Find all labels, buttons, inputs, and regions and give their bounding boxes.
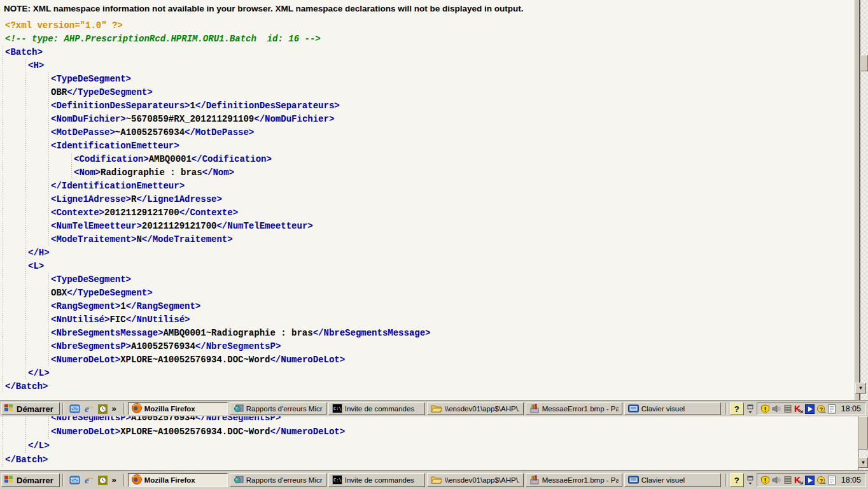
xml-tag: </NumeroDeLot> — [270, 427, 345, 437]
xml-tag: <Nom> — [74, 167, 101, 178]
tray-clock: 18:05 — [841, 476, 861, 485]
xml-line: <H> — [0, 59, 868, 73]
network-stack-icon[interactable] — [783, 476, 792, 485]
kaspersky-icon[interactable]: K — [794, 404, 803, 413]
outlook-express-icon[interactable] — [69, 404, 80, 414]
taskbar-task-network-folder[interactable]: \\ensdev01\app$\AHP\... — [427, 473, 524, 487]
volume-icon[interactable] — [772, 476, 781, 485]
divider — [123, 474, 125, 486]
xml-line: <TypeDeSegment> — [0, 273, 868, 287]
taskbar-task-firefox[interactable]: Mozilla Firefox — [128, 402, 228, 415]
scrollbar-thumb[interactable] — [860, 55, 868, 71]
xml-tag: <Ligne1Adresse> — [51, 194, 131, 204]
quick-launch-overflow-chevron[interactable]: » — [111, 404, 118, 415]
xml-line: <RangSegment>1</RangSegment> — [0, 300, 868, 313]
xml-tag: </L> — [28, 368, 50, 378]
internet-explorer-icon[interactable]: e — [84, 475, 94, 485]
taskbar-task-paint[interactable]: MessaeError1.bmp - Paint — [526, 473, 622, 487]
system-tray: K ? 18:05 — [757, 473, 866, 487]
xml-line: <TypeDeSegment> — [0, 73, 868, 86]
clock-app-icon[interactable] — [98, 404, 108, 414]
toolbar-expand-icon[interactable] — [746, 402, 755, 415]
kaspersky-icon[interactable]: K — [794, 476, 803, 485]
taskbar-task-network-folder[interactable]: \\ensdev01\app$\AHP\... — [427, 402, 524, 415]
xml-line: <NumTelEmeetteur>20121129121700</NumTelE… — [0, 220, 868, 233]
outlook-express-icon[interactable] — [69, 475, 80, 485]
taskbar-task-paint[interactable]: MessaeError1.bmp - Paint — [526, 402, 622, 415]
command-prompt-icon: C:\ — [332, 475, 342, 486]
network-stack-icon[interactable] — [783, 404, 792, 413]
scrollbar-thumb[interactable] — [858, 416, 868, 450]
vertical-scrollbar-fragment[interactable] — [858, 416, 868, 470]
taskbar-task-error-reports[interactable]: Rapports d'erreurs Micr... — [230, 473, 326, 487]
firefox-icon — [132, 474, 142, 486]
taskbar-task-error-reports[interactable]: Rapports d'erreurs Micr... — [230, 402, 326, 415]
xml-tag: </NbreSegmentsMessage> — [313, 328, 431, 338]
start-label: Démarrer — [17, 404, 53, 414]
help-button[interactable]: ? — [730, 473, 744, 487]
divider — [725, 403, 727, 415]
help-agent-icon[interactable]: ? — [816, 404, 826, 414]
svg-text:K: K — [794, 476, 801, 485]
xml-value: 1 — [190, 101, 195, 111]
xml-tag: <NbreSegmentsMessage> — [51, 328, 163, 338]
xml-tag: <Contexte> — [51, 208, 104, 218]
media-play-icon[interactable] — [805, 404, 815, 414]
xml-line: </IdentificationEmetteur> — [0, 180, 868, 193]
volume-icon[interactable] — [772, 404, 781, 413]
taskbar-task-on-screen-keyboard[interactable]: Clavier visuel — [624, 402, 721, 415]
help-button[interactable]: ? — [730, 402, 744, 415]
text-document-icon[interactable] — [828, 404, 836, 414]
xml-tag: <Codification> — [74, 154, 149, 164]
xml-tag: <TypeDeSegment> — [51, 74, 131, 84]
toolbar-expand-icon[interactable] — [746, 473, 755, 487]
xml-tag: <NumTelEmeetteur> — [51, 221, 142, 231]
scroll-down-button[interactable] — [858, 457, 868, 468]
internet-explorer-icon[interactable]: e — [84, 404, 94, 414]
firefox-icon — [132, 403, 142, 415]
clock-app-icon[interactable] — [98, 476, 108, 485]
task-label: Rapports d'erreurs Micr... — [246, 476, 323, 484]
xml-value: ~A10052576934 — [115, 127, 185, 138]
taskbar-task-command-prompt[interactable]: C:\ Invite de commandes — [328, 402, 425, 415]
start-button[interactable]: Démarrer — [1, 473, 60, 487]
media-play-icon[interactable] — [805, 476, 815, 485]
start-button[interactable]: Démarrer — [1, 402, 60, 415]
xml-line: </L> — [0, 439, 868, 453]
quick-launch-overflow-chevron[interactable]: » — [111, 475, 118, 486]
svg-text:?: ? — [819, 477, 823, 483]
taskbar-task-firefox[interactable]: Mozilla Firefox — [128, 473, 228, 487]
xml-line: <NbreSegmentsMessage>AMBQ0001~Radiograph… — [0, 327, 868, 340]
help-agent-icon[interactable]: ? — [816, 476, 826, 485]
xml-tag: </TypeDeSegment> — [67, 288, 152, 298]
xml-value: OBX — [51, 288, 67, 298]
xml-tag: <NbreSegmentsP> — [51, 341, 131, 351]
taskbar: Démarrer e » Mozilla Firefox Rapports d'… — [0, 400, 868, 416]
divider — [725, 474, 727, 486]
windows-logo-icon — [4, 404, 14, 415]
xml-line: </L> — [0, 367, 868, 380]
system-tray: K ? 18:05 — [757, 402, 866, 415]
taskbar-task-on-screen-keyboard[interactable]: Clavier visuel — [624, 473, 721, 487]
scroll-down-button[interactable] — [855, 383, 866, 393]
xml-tag: <ModeTraitement> — [51, 234, 136, 244]
taskbar-task-command-prompt[interactable]: C:\ Invite de commandes — [328, 473, 425, 487]
text-document-icon[interactable] — [828, 476, 836, 485]
window-edge — [854, 0, 860, 400]
folder-icon — [431, 404, 442, 414]
security-shield-icon[interactable] — [760, 476, 770, 485]
taskbar-slot-1: Démarrer e » Mozilla Firefox Rapports d'… — [0, 400, 868, 416]
xml-line: <IdentificationEmetteur> — [0, 139, 868, 153]
xml-tree: <?xml version="1.0" ?><!-- type: AHP.Pre… — [0, 19, 868, 393]
xml-tag: </NbreSegmentsP> — [195, 416, 281, 423]
xml-tag: <NumeroDeLot> — [51, 427, 120, 437]
taskbar: Démarrer e » Mozilla Firefox Rapports d'… — [0, 470, 868, 489]
xml-tag: <IdentificationEmetteur> — [51, 141, 179, 151]
xml-tag: </Nom> — [202, 167, 234, 178]
vertical-scrollbar[interactable] — [860, 0, 868, 400]
folder-icon — [431, 475, 442, 485]
security-shield-icon[interactable] — [760, 404, 770, 414]
xml-value: 1 — [120, 301, 125, 311]
task-label: Mozilla Firefox — [144, 405, 195, 413]
xml-line: </Batch> — [0, 380, 868, 393]
